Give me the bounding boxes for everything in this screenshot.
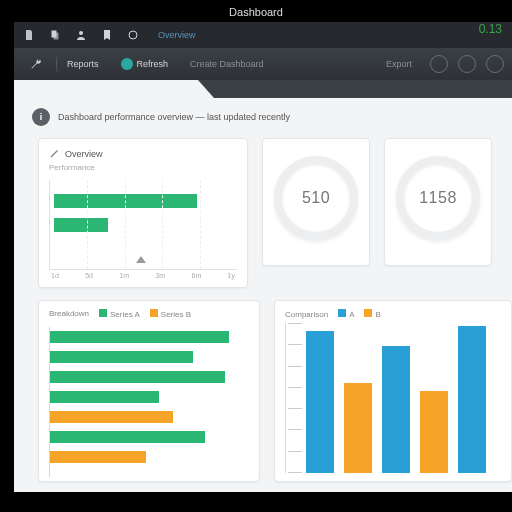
status-dot-icon xyxy=(121,58,133,70)
pencil-icon xyxy=(49,147,61,161)
breakdown-card: Breakdown Series A Series B xyxy=(38,300,260,482)
tick: 1d xyxy=(51,272,59,279)
legend-b: Series B xyxy=(161,310,191,319)
legend-a: Series A xyxy=(110,310,140,319)
overview-chart xyxy=(49,180,237,270)
legend-b: B xyxy=(375,310,380,319)
svg-rect-1 xyxy=(54,33,59,40)
tool-export[interactable]: Export xyxy=(378,56,420,72)
overview-title: Overview xyxy=(49,147,237,161)
c-bar xyxy=(420,391,448,474)
tick: 1m xyxy=(119,272,129,279)
info-icon: i xyxy=(32,108,50,126)
comparison-card: Comparison A B 0.13 xyxy=(274,300,512,482)
overview-card: Overview Performance 1d 5d 1m 3m 6m 1y xyxy=(38,138,248,288)
gauge-1-ring: 510 xyxy=(274,156,358,240)
tick: 3m xyxy=(155,272,165,279)
comparison-title: Comparison xyxy=(285,310,328,319)
overview-subtitle: Performance xyxy=(49,163,237,172)
tick: 6m xyxy=(192,272,202,279)
gauge-2: 1158 xyxy=(384,138,492,266)
action-icon-2[interactable] xyxy=(458,55,476,73)
doc-icon[interactable] xyxy=(22,28,36,42)
app-screen: Overview Reports Refresh Create Dashboar… xyxy=(14,22,512,492)
gauge-1-value: 510 xyxy=(302,189,330,207)
c-bar xyxy=(458,326,486,473)
c-bar xyxy=(306,331,334,474)
topbar-label: Overview xyxy=(158,30,196,40)
bookmark-icon[interactable] xyxy=(100,28,114,42)
user-icon[interactable] xyxy=(74,28,88,42)
gauge-2-value: 1158 xyxy=(419,189,457,207)
c-bar xyxy=(344,383,372,473)
breakdown-chart xyxy=(49,327,249,477)
window-title: Dashboard xyxy=(0,6,512,18)
overview-xticks: 1d 5d 1m 3m 6m 1y xyxy=(49,270,237,279)
action-icon-3[interactable] xyxy=(486,55,504,73)
breakdown-title: Breakdown xyxy=(49,309,89,319)
copy-icon[interactable] xyxy=(48,28,62,42)
comparison-badge: 0.13 xyxy=(479,22,502,36)
ring-icon[interactable] xyxy=(126,28,140,42)
gauge-2-ring: 1158 xyxy=(396,156,480,240)
c-bar xyxy=(382,346,410,474)
marker-icon xyxy=(136,256,146,263)
toolbar: Reports Refresh Create Dashboard Export xyxy=(14,48,512,80)
y-ruler xyxy=(288,323,302,473)
notice-bar: i Dashboard performance overview — last … xyxy=(14,98,512,132)
gauge-1: 510 xyxy=(262,138,370,266)
tool-wrench[interactable] xyxy=(22,55,50,73)
svg-point-3 xyxy=(129,31,137,39)
tick: 5d xyxy=(85,272,93,279)
overview-title-text: Overview xyxy=(65,149,103,159)
notice-text: Dashboard performance overview — last up… xyxy=(58,112,290,122)
titlebar: Overview xyxy=(14,22,512,48)
tool-refresh[interactable]: Refresh xyxy=(113,55,177,73)
tool-create[interactable]: Create Dashboard xyxy=(182,56,272,72)
svg-point-2 xyxy=(79,31,83,35)
overview-bar-2 xyxy=(54,218,108,232)
comparison-chart xyxy=(285,323,501,473)
legend-a: A xyxy=(349,310,354,319)
breakdown-legend: Breakdown Series A Series B xyxy=(49,309,249,319)
tabstrip xyxy=(14,80,512,98)
active-tab[interactable] xyxy=(14,80,214,98)
tick: 1y xyxy=(228,272,235,279)
action-icon-1[interactable] xyxy=(430,55,448,73)
comparison-legend: Comparison A B 0.13 xyxy=(285,309,501,319)
tool-reports[interactable]: Reports xyxy=(56,56,107,72)
tool-refresh-label: Refresh xyxy=(137,59,169,69)
